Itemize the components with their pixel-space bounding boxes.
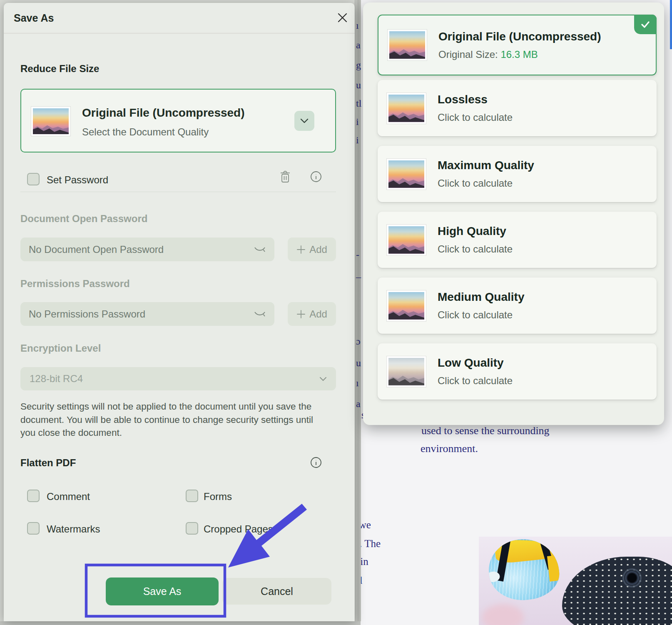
permissions-password-input[interactable]: No Permissions Password <box>20 302 274 326</box>
document-edge-letter: tl <box>356 98 361 109</box>
pufferfish-eye <box>624 570 640 586</box>
document-edge-letter: ı <box>356 378 359 389</box>
watermarks-label: Watermarks <box>47 523 100 535</box>
add-button-label: Add <box>309 308 327 320</box>
info-icon <box>310 170 322 183</box>
add-doc-open-password-button[interactable]: Add <box>288 238 336 261</box>
window-edge-strip <box>670 0 672 49</box>
document-text-line: used to sense the surrounding <box>421 425 550 437</box>
header-divider <box>4 33 355 33</box>
comment-label: Comment <box>47 491 90 502</box>
quality-option-title: Original File (Uncompressed) <box>438 30 601 43</box>
quality-option-title: Low Quality <box>438 356 513 370</box>
quality-option-subtitle: Click to calculate <box>438 375 513 387</box>
comment-checkbox[interactable] <box>27 490 40 502</box>
encryption-level-label: Encryption Level <box>20 342 101 354</box>
doc-open-password-placeholder: No Document Open Password <box>29 244 254 255</box>
original-size-value: 16.3 MB <box>500 49 538 60</box>
dialog-title: Save As <box>14 12 54 24</box>
document-edge-letter: i <box>356 135 359 146</box>
quality-thumbnail <box>388 30 427 60</box>
quality-option-low[interactable]: Low Quality Click to calculate <box>378 343 657 400</box>
quality-selector-card[interactable]: Original File (Uncompressed) Select the … <box>20 89 336 152</box>
quality-dropdown-panel: Original File (Uncompressed) Original Si… <box>363 2 664 425</box>
cropped-pages-label: Cropped Pages <box>204 523 273 535</box>
quality-selector-title: Original File (Uncompressed) <box>82 106 245 120</box>
pufferfish-image <box>562 557 672 625</box>
eye-closed-icon[interactable] <box>254 310 266 318</box>
watermarks-checkbox[interactable] <box>27 522 40 535</box>
permissions-password-placeholder: No Permissions Password <box>29 308 254 320</box>
document-edge-letter: g <box>356 60 361 71</box>
forms-checkbox[interactable] <box>186 490 198 502</box>
quality-option-subtitle: Click to calculate <box>438 243 513 255</box>
document-edge-letter: ɔ <box>356 336 361 347</box>
eye-closed-icon[interactable] <box>254 246 266 253</box>
document-edge-letter: a <box>356 398 361 410</box>
quality-option-high[interactable]: High Quality Click to calculate <box>378 212 657 268</box>
forms-label: Forms <box>204 491 232 502</box>
quality-thumbnail <box>387 159 426 190</box>
section-divider <box>20 192 336 192</box>
add-button-label: Add <box>309 244 327 255</box>
document-edge-letter: - <box>356 249 359 260</box>
doc-open-password-label: Document Open Password <box>20 213 147 225</box>
quality-thumbnail <box>387 356 426 387</box>
close-button[interactable] <box>335 10 350 25</box>
flatten-info-button[interactable] <box>310 456 322 470</box>
reduce-file-size-heading: Reduce File Size <box>20 63 99 75</box>
set-password-label: Set Password <box>47 174 108 186</box>
chevron-down-icon <box>300 118 309 124</box>
quality-option-maximum[interactable]: Maximum Quality Click to calculate <box>378 146 657 202</box>
quality-option-subtitle: Click to calculate <box>438 178 534 189</box>
password-info-button[interactable] <box>310 170 322 185</box>
document-scrollbar[interactable] <box>355 0 361 621</box>
quality-option-title: Medium Quality <box>438 290 524 304</box>
quality-option-subtitle: Original Size: 16.3 MB <box>438 49 601 60</box>
flatten-pdf-heading: Flatten PDF <box>20 457 76 469</box>
quality-option-subtitle: Click to calculate <box>438 309 524 321</box>
quality-thumbnail <box>387 290 426 321</box>
encryption-level-value: 128-bit RC4 <box>30 373 319 385</box>
quality-option-lossless[interactable]: Lossless Click to calculate <box>378 80 657 136</box>
add-permissions-password-button[interactable]: Add <box>288 302 336 326</box>
checkmark-icon <box>640 20 650 29</box>
window-bottom-strip <box>0 621 361 625</box>
quality-option-title: Lossless <box>438 93 513 106</box>
set-password-checkbox[interactable] <box>27 173 40 185</box>
screen: only help it firmly grasp prey but also … <box>0 0 672 625</box>
document-text-line: environment. <box>421 442 478 455</box>
coral-blur <box>482 604 524 625</box>
quality-option-title: High Quality <box>438 225 513 238</box>
quality-option-original[interactable]: Original File (Uncompressed) Original Si… <box>378 15 657 75</box>
delete-password-button[interactable] <box>279 170 291 185</box>
butterflyfish-image <box>486 537 562 603</box>
chevron-down-icon <box>319 377 327 381</box>
plus-icon <box>296 245 306 254</box>
quality-thumbnail <box>31 107 70 136</box>
selected-badge <box>634 15 657 34</box>
save-as-button[interactable]: Save As <box>106 578 219 605</box>
fish-photo <box>479 537 672 625</box>
doc-open-password-input[interactable]: No Document Open Password <box>20 238 274 261</box>
document-edge-letter: – <box>356 271 361 282</box>
document-edge-letter: a <box>356 40 361 51</box>
cropped-pages-checkbox[interactable] <box>186 522 198 535</box>
info-icon <box>310 456 322 469</box>
quality-thumbnail <box>387 225 426 255</box>
permissions-password-label: Permissions Password <box>20 278 130 290</box>
plus-icon <box>296 310 306 319</box>
document-edge-letter: u <box>356 358 361 369</box>
quality-selector-subtitle: Select the Document Quality <box>82 126 209 138</box>
save-as-dialog: Save As Reduce File Size Original File (… <box>4 3 355 621</box>
cancel-button[interactable]: Cancel <box>222 578 331 605</box>
quality-option-subtitle: Click to calculate <box>438 112 513 123</box>
document-edge-letter: ı <box>356 20 359 31</box>
quality-dropdown-button[interactable] <box>294 111 314 131</box>
quality-option-medium[interactable]: Medium Quality Click to calculate <box>378 278 657 334</box>
encryption-level-select[interactable]: 128-bit RC4 <box>20 367 336 390</box>
quality-thumbnail <box>387 93 426 124</box>
quality-option-title: Maximum Quality <box>438 159 534 172</box>
close-icon <box>337 12 348 23</box>
trash-icon <box>279 170 291 184</box>
